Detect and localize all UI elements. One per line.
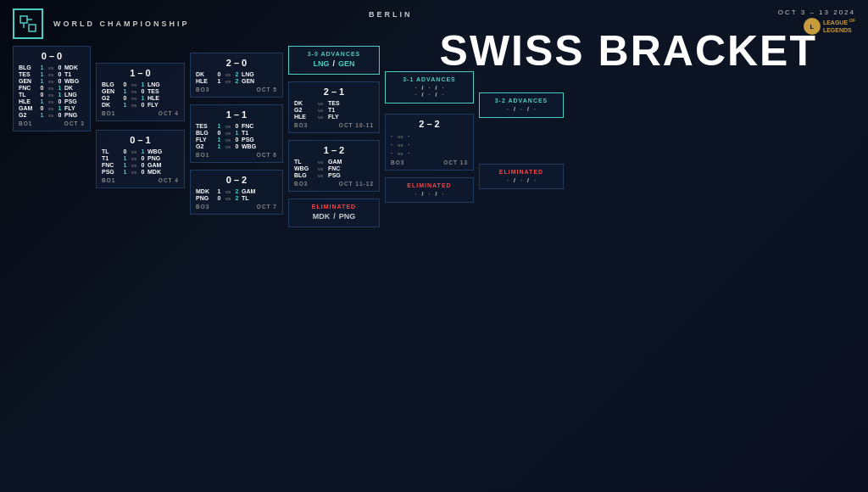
format-0-0: BO1 (19, 120, 32, 126)
format-2-1: BO3 (294, 122, 308, 128)
match-blg-t1: BLG0vs1T1 (196, 130, 277, 136)
advances-3-1-label: 3-1 ADVANCES (391, 76, 468, 82)
date-1-0: OCT 4 (159, 110, 179, 116)
match-dk-fly: DK1vs0FLY (102, 102, 179, 108)
berlin-label: BERLIN (369, 10, 413, 19)
date-2-2: OCT 13 (443, 159, 468, 165)
tbd-31-2: ·/·/· (391, 92, 468, 98)
tbd-32: ·/·/· (485, 106, 558, 112)
match-fnc-dk: FNC0vs1DK (19, 85, 85, 91)
col-0-0: 0 – 0 BLG1vs0MDK TES1vs0T1 GEN1vs0WBG FN… (13, 46, 91, 131)
score-0-2: 0 – 2 (196, 175, 277, 185)
format-2-0: BO3 (196, 87, 209, 92)
match-hle-fly: HLEvsFLY (294, 114, 374, 120)
match-mdk-gam: MDK1vs2GAM (196, 188, 277, 194)
advances-3-0-teams: LNG / GEN (294, 59, 374, 68)
score-2-2: 2 – 2 (391, 119, 468, 129)
eliminated-teams: MDK / PNG (294, 212, 374, 221)
eliminated-label-0-3: ELIMINATED (294, 204, 374, 210)
match-hle-psg: HLE1vs0PSG (19, 98, 85, 104)
date-1-1: OCT 6 (257, 152, 277, 158)
tbd-22-1: ·vs· (391, 132, 468, 140)
col-1: 1 – 0 BLG0vs1LNG GEN1vs0TES G20vs1HLE DK… (96, 63, 185, 188)
score-1-2: 1 – 2 (294, 145, 374, 155)
advances-3-2-label: 3-2 ADVANCES (485, 98, 558, 103)
date-0-1: OCT 4 (159, 177, 179, 183)
format-1-1: BO1 (196, 152, 209, 158)
match-dk-tes: DKvsTES (294, 100, 374, 106)
match-g2-wbg: G21vs0WBG (196, 143, 277, 149)
advances-3-0-label: 3-0 ADVANCES (294, 51, 374, 57)
eliminated-label-col5: ELIMINATED (485, 169, 558, 175)
match-hle-gen: HLE1vs2GEN (196, 78, 277, 84)
svg-rect-1 (29, 25, 36, 31)
format-0-2: BO3 (196, 204, 209, 210)
match-tes-fnc: TES1vs0FNC (196, 123, 277, 129)
match-blg-lng: BLG0vs1LNG (102, 81, 179, 87)
score-2-1: 2 – 1 (294, 87, 374, 97)
match-g2-png: G21vs0PNG (19, 112, 85, 118)
date-0-2: OCT 7 (257, 204, 277, 210)
logo-icon (13, 8, 43, 39)
score-0-1: 0 – 1 (102, 135, 179, 145)
format-2-2: BO3 (391, 159, 404, 165)
date-range: OCT 3 – 13 2024 (778, 8, 855, 16)
match-blg-mdk: BLG1vs0MDK (19, 64, 85, 70)
swiss-bracket-title: SWISS BRACKET (440, 30, 817, 72)
col-4: 3-1 ADVANCES ·/·/· ·/·/· 2 – 2 ·vs· ·vs· (385, 71, 474, 203)
match-tes-t1: TES1vs0T1 (19, 71, 85, 77)
match-gen-tes: GEN1vs0TES (102, 88, 179, 94)
match-gam-fly: GAM0vs1FLY (19, 105, 85, 111)
tbd-22-2: ·vs· (391, 141, 468, 148)
match-g2-t1: G2vsT1 (294, 107, 374, 113)
match-png-tl: PNG0vs2TL (196, 195, 277, 201)
svg-rect-0 (20, 16, 27, 23)
match-tl-wbg: TL0vs1WBG (102, 148, 179, 154)
match-tl-lng: TL0vs1LNG (19, 92, 85, 98)
date-2-0: OCT 5 (257, 87, 277, 92)
score-0-0: 0 – 0 (19, 51, 85, 61)
date-0-0: OCT 3 (64, 120, 85, 126)
tbd-elim-col4: ·/·/· (391, 191, 468, 197)
score-1-1: 1 – 1 (196, 109, 277, 120)
tbd-22-3: ·vs· (391, 149, 468, 157)
col-2: 2 – 0 DK0vs2LNG HLE1vs2GEN BO3 OCT 5 1 –… (190, 53, 283, 215)
match-fnc-gam: FNC1vs0GAM (102, 162, 179, 168)
match-dk-lng: DK0vs2LNG (196, 71, 277, 77)
match-g2-hle: G20vs1HLE (102, 95, 179, 101)
eliminated-label-col4: ELIMINATED (391, 182, 468, 188)
match-psg-mdk: PSG1vs0MDK (102, 169, 179, 175)
date-2-1: OCT 10-11 (339, 122, 374, 128)
match-t1-png: T11vs0PNG (102, 155, 179, 161)
match-blg-psg: BLGvsPSG (294, 172, 374, 178)
tbd-31-1: ·/·/· (391, 85, 468, 91)
tbd-elim-col5: ·/·/· (485, 177, 558, 183)
col-5: 3-2 ADVANCES ·/·/· ELIMINATED ·/·/· (479, 92, 564, 189)
match-tl-gam: TLvsGAM (294, 159, 374, 165)
format-1-2: BO3 (294, 181, 308, 187)
format-1-0: BO1 (102, 110, 115, 116)
score-2-0: 2 – 0 (196, 58, 277, 68)
match-wbg-fnc: WBGvsFNC (294, 165, 374, 171)
score-1-0: 1 – 0 (102, 68, 179, 78)
match-fly-psg: FLY1vs0PSG (196, 137, 277, 143)
world-championship-label: WORLD CHAMPIONSHIP (53, 20, 190, 28)
format-0-1: BO1 (102, 177, 115, 183)
date-1-2: OCT 11-12 (339, 181, 374, 187)
col-3: 3-0 ADVANCES LNG / GEN 2 – 1 DKvsTES G2v… (288, 46, 380, 227)
match-gen-wbg: GEN1vs0WBG (19, 78, 85, 84)
